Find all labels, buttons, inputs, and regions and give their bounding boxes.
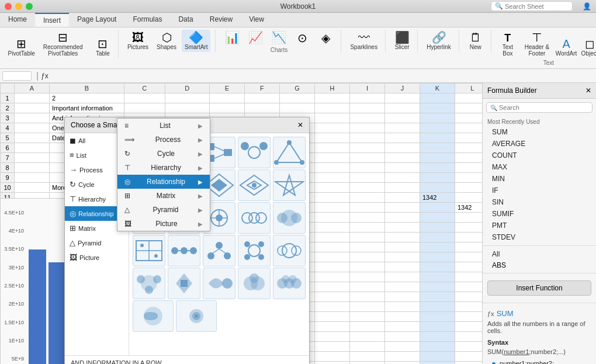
col-header-8[interactable]: H [314, 84, 349, 93]
cell-0-1[interactable]: 2 [50, 93, 124, 103]
pivot-table-button[interactable]: ⊞ PivotTable [9, 36, 33, 58]
smartart-close-icon[interactable]: ✕ [297, 121, 303, 129]
cell-15-10[interactable] [420, 242, 455, 252]
cell-20-7[interactable] [314, 292, 349, 302]
sa-cell-5-3[interactable] [203, 268, 235, 299]
cell-1-3[interactable] [165, 103, 209, 113]
fb-func-pmt[interactable]: PMT [483, 220, 596, 231]
tab-insert[interactable]: Insert [35, 13, 69, 27]
cell-3-10[interactable] [420, 123, 455, 133]
col-header-4[interactable]: D [165, 84, 209, 93]
cell-14-10[interactable] [420, 233, 455, 242]
col-header-10[interactable]: J [384, 84, 420, 93]
fb-func-max[interactable]: MAX [483, 161, 596, 173]
cell-reference-input[interactable]: K8 [2, 71, 32, 81]
tab-formulas[interactable]: Formulas [124, 13, 170, 27]
cell-19-10[interactable] [420, 282, 455, 292]
user-icon[interactable]: 👤 [583, 2, 591, 11]
fb-func-sin[interactable]: SIN [483, 196, 596, 208]
cell-19-8[interactable] [349, 282, 384, 292]
cell-24-11[interactable] [455, 332, 482, 342]
sa-cell-4-5[interactable] [273, 235, 306, 266]
cm-hierarchy[interactable]: ⊤ Hierarchy ▶ [117, 161, 210, 175]
sa-cell-3-4[interactable] [238, 202, 271, 234]
sa-cell-5-2[interactable] [168, 268, 200, 299]
cell-1-2[interactable] [124, 103, 165, 113]
cell-13-11[interactable] [455, 223, 482, 233]
cell-13-7[interactable] [314, 223, 349, 233]
formula-builder-close-icon[interactable]: ✕ [585, 86, 591, 95]
object-button[interactable]: ◻ Object [579, 36, 596, 58]
cell-6-9[interactable] [384, 153, 420, 163]
formula-builder-search-input[interactable] [499, 104, 588, 111]
cell-9-0[interactable] [15, 183, 50, 193]
cell-15-9[interactable] [384, 242, 420, 252]
cell-1-10[interactable] [420, 103, 455, 113]
cell-19-9[interactable] [384, 282, 420, 292]
cell-1-5[interactable] [244, 103, 279, 113]
cell-1-7[interactable] [314, 103, 349, 113]
cell-7-10[interactable] [420, 163, 455, 173]
insert-function-button[interactable]: Insert Function [487, 280, 591, 296]
cell-15-11[interactable] [455, 242, 482, 252]
cell-16-9[interactable] [384, 252, 420, 262]
cell-25-10[interactable] [420, 342, 455, 352]
bar-chart-button[interactable]: 📉 [268, 30, 289, 46]
cell-4-11[interactable] [455, 133, 482, 143]
cell-0-7[interactable] [314, 93, 349, 103]
cell-11-8[interactable] [349, 203, 384, 213]
cell-25-7[interactable] [314, 342, 349, 352]
cell-19-7[interactable] [314, 282, 349, 292]
cell-7-11[interactable] [455, 163, 482, 173]
tab-page-layout[interactable]: Page Layout [69, 13, 124, 27]
cell-27-7[interactable] [314, 362, 349, 365]
title-search-bar[interactable]: 🔍 [491, 1, 573, 11]
cell-17-8[interactable] [349, 262, 384, 272]
cell-21-8[interactable] [349, 302, 384, 312]
slicer-button[interactable]: ⬛ Slicer [391, 30, 413, 52]
tab-data[interactable]: Data [170, 13, 201, 27]
cell-2-8[interactable] [349, 113, 384, 123]
cell-0-11[interactable] [455, 93, 482, 103]
cell-7-9[interactable] [384, 163, 420, 173]
cell-26-8[interactable] [349, 352, 384, 362]
cell-12-7[interactable] [314, 213, 349, 223]
cell-16-7[interactable] [314, 252, 349, 262]
cell-2-7[interactable] [314, 113, 349, 123]
sa-cell-6-2[interactable] [176, 300, 217, 332]
cell-5-11[interactable] [455, 143, 482, 153]
cell-12-8[interactable] [349, 213, 384, 223]
fb-func-average[interactable]: AVERAGE [483, 138, 596, 150]
cell-9-11[interactable] [455, 183, 482, 193]
cell-17-7[interactable] [314, 262, 349, 272]
cell-12-10[interactable] [420, 213, 455, 223]
col-header-5[interactable]: E [209, 84, 244, 93]
cell-0-10[interactable] [420, 93, 455, 103]
cell-15-8[interactable] [349, 242, 384, 252]
cell-13-10[interactable] [420, 223, 455, 233]
cell-9-8[interactable] [349, 183, 384, 193]
cell-6-11[interactable] [455, 153, 482, 163]
sa-cell-3-5[interactable] [273, 202, 306, 234]
cell-18-9[interactable] [384, 272, 420, 282]
cell-16-10[interactable] [420, 252, 455, 262]
fb-func-if[interactable]: IF [483, 185, 596, 196]
cell-16-11[interactable] [455, 252, 482, 262]
col-header-l[interactable]: L [455, 84, 482, 93]
cell-18-8[interactable] [349, 272, 384, 282]
cell-22-8[interactable] [349, 312, 384, 322]
cell-4-9[interactable] [384, 133, 420, 143]
cell-22-10[interactable] [420, 312, 455, 322]
cell-4-7[interactable] [314, 133, 349, 143]
cell-8-0[interactable] [15, 173, 50, 183]
cell-23-10[interactable] [420, 322, 455, 332]
formula-input[interactable] [51, 72, 594, 80]
cell-22-7[interactable] [314, 312, 349, 322]
cell-17-9[interactable] [384, 262, 420, 272]
cell-24-9[interactable] [384, 332, 420, 342]
wordart-button[interactable]: A WordArt [556, 36, 577, 58]
minimize-button[interactable] [15, 3, 22, 10]
cell-6-7[interactable] [314, 153, 349, 163]
cell-21-11[interactable] [455, 302, 482, 312]
cell-27-9[interactable] [384, 362, 420, 365]
